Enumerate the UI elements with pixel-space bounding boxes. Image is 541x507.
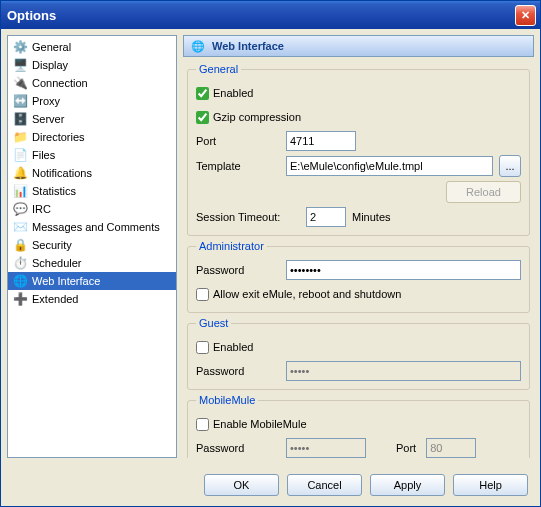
gzip-label: Gzip compression xyxy=(213,111,301,123)
server-icon: 🗄️ xyxy=(12,111,28,127)
statistics-icon: 📊 xyxy=(12,183,28,199)
titlebar[interactable]: Options ✕ xyxy=(1,1,540,29)
guest-enabled-label: Enabled xyxy=(213,341,253,353)
port-label: Port xyxy=(196,135,286,147)
irc-icon: 💬 xyxy=(12,201,28,217)
mobilemule-group: MobileMule Enable MobileMule Password Po… xyxy=(187,394,530,458)
administrator-group: Administrator Password Allow exit eMule,… xyxy=(187,240,530,313)
messages-and-comments-icon: ✉️ xyxy=(12,219,28,235)
enabled-checkbox[interactable] xyxy=(196,87,209,100)
ellipsis-icon: ... xyxy=(505,160,514,172)
nav-item-label: Proxy xyxy=(32,95,60,107)
nav-item-extended[interactable]: ➕Extended xyxy=(8,290,176,308)
nav-item-label: General xyxy=(32,41,71,53)
directories-icon: 📁 xyxy=(12,129,28,145)
nav-item-irc[interactable]: 💬IRC xyxy=(8,200,176,218)
allow-exit-label: Allow exit eMule, reboot and shutdown xyxy=(213,288,401,300)
settings-panel: 🌐 Web Interface General Enabled Gzip com… xyxy=(183,35,534,458)
admin-password-input[interactable] xyxy=(286,260,521,280)
port-input[interactable] xyxy=(286,131,356,151)
files-icon: 📄 xyxy=(12,147,28,163)
nav-item-label: IRC xyxy=(32,203,51,215)
proxy-icon: ↔️ xyxy=(12,93,28,109)
general-legend: General xyxy=(196,63,241,75)
nav-item-scheduler[interactable]: ⏱️Scheduler xyxy=(8,254,176,272)
mobile-port-label: Port xyxy=(396,442,416,454)
panel-body: General Enabled Gzip compression Port xyxy=(183,57,534,458)
session-timeout-input[interactable] xyxy=(306,207,346,227)
general-icon: ⚙️ xyxy=(12,39,28,55)
nav-item-general[interactable]: ⚙️General xyxy=(8,38,176,56)
guest-legend: Guest xyxy=(196,317,231,329)
nav-item-security[interactable]: 🔒Security xyxy=(8,236,176,254)
nav-item-label: Display xyxy=(32,59,68,71)
connection-icon: 🔌 xyxy=(12,75,28,91)
nav-item-server[interactable]: 🗄️Server xyxy=(8,110,176,128)
nav-item-label: Statistics xyxy=(32,185,76,197)
guest-group: Guest Enabled Password xyxy=(187,317,530,390)
cancel-button[interactable]: Cancel xyxy=(287,474,362,496)
session-unit: Minutes xyxy=(352,211,391,223)
gzip-checkbox[interactable] xyxy=(196,111,209,124)
globe-icon: 🌐 xyxy=(190,38,206,54)
template-input[interactable] xyxy=(286,156,493,176)
nav-item-display[interactable]: 🖥️Display xyxy=(8,56,176,74)
mobile-enable-checkbox[interactable] xyxy=(196,418,209,431)
mobile-password-label: Password xyxy=(196,442,286,454)
nav-item-messages-and-comments[interactable]: ✉️Messages and Comments xyxy=(8,218,176,236)
nav-item-label: Server xyxy=(32,113,64,125)
nav-item-label: Scheduler xyxy=(32,257,82,269)
nav-item-proxy[interactable]: ↔️Proxy xyxy=(8,92,176,110)
nav-item-label: Extended xyxy=(32,293,78,305)
guest-enabled-checkbox[interactable] xyxy=(196,341,209,354)
dialog-footer: OK Cancel Apply Help xyxy=(1,464,540,506)
nav-item-web-interface[interactable]: 🌐Web Interface xyxy=(8,272,176,290)
nav-item-notifications[interactable]: 🔔Notifications xyxy=(8,164,176,182)
help-button[interactable]: Help xyxy=(453,474,528,496)
extended-icon: ➕ xyxy=(12,291,28,307)
nav-item-label: Messages and Comments xyxy=(32,221,160,233)
security-icon: 🔒 xyxy=(12,237,28,253)
reload-button[interactable]: Reload xyxy=(446,181,521,203)
admin-legend: Administrator xyxy=(196,240,267,252)
nav-item-label: Notifications xyxy=(32,167,92,179)
enabled-label: Enabled xyxy=(213,87,253,99)
mobile-port-input[interactable] xyxy=(426,438,476,458)
notifications-icon: 🔔 xyxy=(12,165,28,181)
admin-password-label: Password xyxy=(196,264,286,276)
ok-button[interactable]: OK xyxy=(204,474,279,496)
nav-item-statistics[interactable]: 📊Statistics xyxy=(8,182,176,200)
apply-button[interactable]: Apply xyxy=(370,474,445,496)
nav-item-files[interactable]: 📄Files xyxy=(8,146,176,164)
panel-title: Web Interface xyxy=(212,40,284,52)
window-title: Options xyxy=(7,8,515,23)
allow-exit-checkbox[interactable] xyxy=(196,288,209,301)
close-icon: ✕ xyxy=(521,9,530,22)
nav-item-label: Files xyxy=(32,149,55,161)
panel-header: 🌐 Web Interface xyxy=(183,35,534,57)
mobile-legend: MobileMule xyxy=(196,394,258,406)
scheduler-icon: ⏱️ xyxy=(12,255,28,271)
options-window: Options ✕ ⚙️General🖥️Display🔌Connection↔… xyxy=(0,0,541,507)
mobile-enable-label: Enable MobileMule xyxy=(213,418,307,430)
nav-item-label: Security xyxy=(32,239,72,251)
nav-item-directories[interactable]: 📁Directories xyxy=(8,128,176,146)
display-icon: 🖥️ xyxy=(12,57,28,73)
web-interface-icon: 🌐 xyxy=(12,273,28,289)
close-button[interactable]: ✕ xyxy=(515,5,536,26)
nav-item-label: Directories xyxy=(32,131,85,143)
nav-item-label: Connection xyxy=(32,77,88,89)
category-list[interactable]: ⚙️General🖥️Display🔌Connection↔️Proxy🗄️Se… xyxy=(7,35,177,458)
nav-item-label: Web Interface xyxy=(32,275,100,287)
guest-password-label: Password xyxy=(196,365,286,377)
content-area: ⚙️General🖥️Display🔌Connection↔️Proxy🗄️Se… xyxy=(1,29,540,464)
guest-password-input[interactable] xyxy=(286,361,521,381)
nav-item-connection[interactable]: 🔌Connection xyxy=(8,74,176,92)
mobile-password-input[interactable] xyxy=(286,438,366,458)
general-group: General Enabled Gzip compression Port xyxy=(187,63,530,236)
session-timeout-label: Session Timeout: xyxy=(196,211,306,223)
template-label: Template xyxy=(196,160,286,172)
browse-button[interactable]: ... xyxy=(499,155,521,177)
